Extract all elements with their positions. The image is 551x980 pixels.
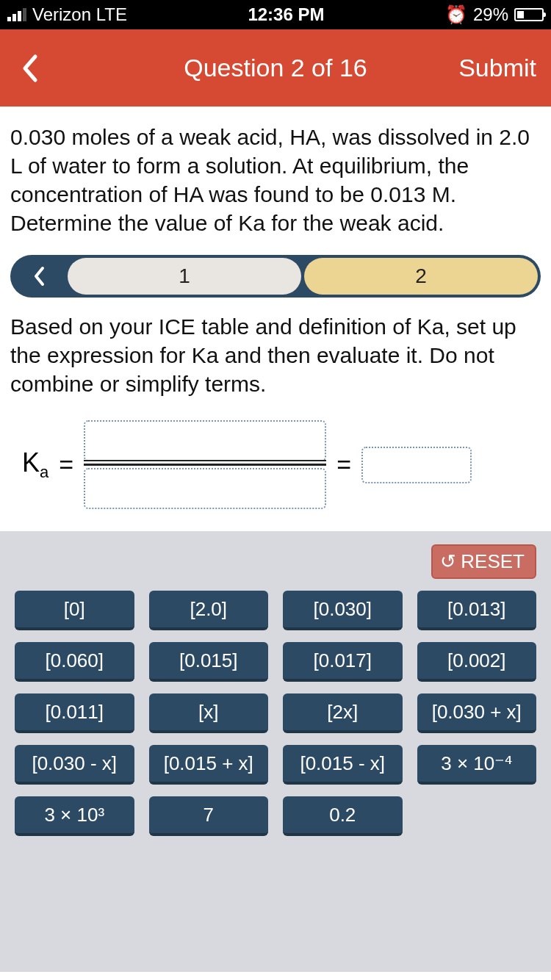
tile[interactable]: [0.060] [15,642,134,682]
ka-label: Ka [22,447,48,482]
tile[interactable]: 3 × 10³ [15,796,134,836]
tile[interactable]: [0.011] [15,693,134,733]
step-2-tab[interactable]: 2 [304,258,538,295]
alarm-icon: ⏰ [445,4,467,25]
tile[interactable]: 3 × 10⁻⁴ [417,745,537,785]
submit-button[interactable]: Submit [458,54,536,82]
tile[interactable]: [0.017] [283,642,403,682]
instruction-text: Based on your ICE table and definition o… [0,308,551,413]
battery-fill [517,11,524,18]
step-navigator: 1 2 [10,255,541,298]
tile[interactable]: [0.030 - x] [15,745,134,785]
equals-sign: = [59,450,73,479]
signal-icon [7,8,26,21]
fraction [84,420,326,509]
clock: 12:36 PM [248,4,324,25]
reset-button[interactable]: ↺ RESET [431,544,536,579]
tile[interactable]: [0.030 + x] [417,693,537,733]
result-dropzone[interactable] [361,447,472,483]
app-header: Question 2 of 16 Submit [0,29,551,107]
tile[interactable]: [0.015 + x] [149,745,269,785]
tile[interactable]: 7 [149,796,269,836]
tile[interactable]: [0.030] [283,591,403,630]
tile[interactable]: [0.002] [417,642,537,682]
tile[interactable]: [0.013] [417,591,537,630]
undo-icon: ↺ [440,550,456,573]
step-prev-button[interactable] [13,258,65,295]
tile[interactable]: 0.2 [283,796,403,836]
tile[interactable]: [x] [149,693,269,733]
chevron-left-icon [21,54,38,83]
carrier-label: Verizon LTE [32,4,127,25]
status-bar: Verizon LTE 12:36 PM ⏰ 29% [0,0,551,29]
tile[interactable]: [0.015] [149,642,269,682]
tile[interactable]: [0.015 - x] [283,745,403,785]
status-right: ⏰ 29% [445,4,544,25]
question-text: 0.030 moles of a weak acid, HA, was diss… [0,107,551,251]
back-button[interactable] [0,29,59,107]
fraction-line [84,464,326,466]
tiles-grid: [0] [2.0] [0.030] [0.013] [0.060] [0.015… [15,591,536,836]
equation-area: Ka = = [0,413,551,531]
chevron-left-icon [33,266,45,287]
numerator-dropzone[interactable] [84,420,326,461]
reset-label: RESET [461,550,525,573]
tile[interactable]: [0] [15,591,134,630]
tiles-panel: ↺ RESET [0] [2.0] [0.030] [0.013] [0.060… [0,531,551,972]
step-1-tab[interactable]: 1 [68,258,301,295]
battery-icon [514,8,544,21]
denominator-dropzone[interactable] [84,468,326,509]
battery-pct: 29% [473,4,508,25]
tile[interactable]: [2.0] [149,591,269,630]
status-left: Verizon LTE [7,4,127,25]
tile[interactable]: [2x] [283,693,403,733]
equals-sign-2: = [336,450,351,479]
